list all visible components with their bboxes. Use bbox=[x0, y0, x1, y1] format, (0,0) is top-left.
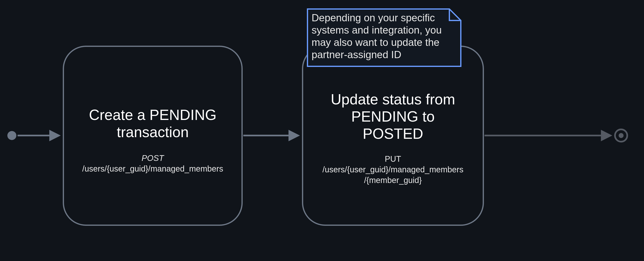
node1-endpoint: /users/{user_guid}/managed_members bbox=[82, 164, 223, 173]
node2-title-line3: POSTED bbox=[363, 125, 423, 142]
node2-title-line2: PENDING to bbox=[351, 108, 435, 125]
node1-title-line2: transaction bbox=[117, 124, 189, 140]
end-node bbox=[615, 129, 627, 142]
note-line1: Depending on your specific bbox=[312, 12, 435, 24]
svg-point-3 bbox=[619, 133, 624, 138]
node-create-pending: Create a PENDING transaction POST /users… bbox=[64, 46, 242, 225]
start-node bbox=[7, 131, 16, 140]
node1-method: POST bbox=[142, 154, 164, 163]
node1-title-line1: Create a PENDING bbox=[89, 107, 216, 123]
note-line3: may also want to update the bbox=[312, 37, 439, 48]
node2-endpoint-line1: /users/{user_guid}/managed_members bbox=[322, 165, 463, 174]
note-line4: partner-assigned ID bbox=[312, 49, 401, 60]
node2-endpoint-line2: /{member_guid} bbox=[364, 176, 422, 185]
note-callout: Depending on your specific systems and i… bbox=[308, 9, 461, 66]
node-update-status: Update status from PENDING to POSTED PUT… bbox=[302, 46, 483, 225]
node2-title-line1: Update status from bbox=[331, 91, 455, 107]
node2-method: PUT bbox=[385, 154, 401, 163]
note-line2: systems and integration, you bbox=[312, 24, 442, 36]
